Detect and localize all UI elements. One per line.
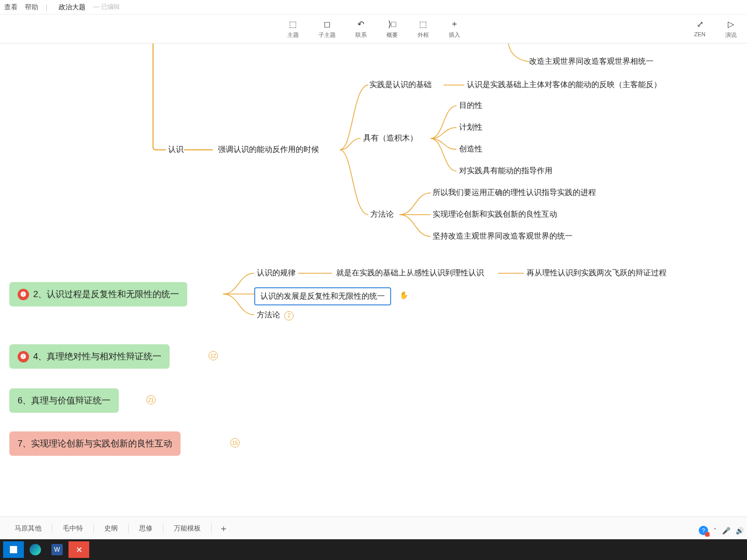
plus-icon: ＋	[449, 19, 460, 29]
node-branch3[interactable]: 方法论	[370, 209, 394, 219]
node-branch2-c1[interactable]: 目的性	[459, 101, 482, 110]
node-branch3-c3[interactable]: 坚持改造主观世界同改造客观世界的统一	[433, 231, 573, 241]
edit-status: — 已编辑	[93, 3, 119, 11]
node-s2-c1[interactable]: 认识的规律	[257, 268, 296, 278]
tab-4[interactable]: 万能模板	[163, 524, 212, 533]
toolbar-center: ⬚主题 ◻子主题 ↶联系 ⟩□概要 ⬚外框 ＋插入	[287, 19, 460, 39]
zen-button[interactable]: ⤢ZEN	[694, 19, 706, 39]
node-branch2-c4[interactable]: 对实践具有能动的指导作用	[459, 166, 552, 176]
count-badge-s7: 15	[230, 438, 240, 447]
mic-icon[interactable]: 🎤	[722, 527, 730, 535]
priority-badge: ❶	[18, 289, 29, 300]
node-section2[interactable]: ❶ 2、认识过程是反复性和无限性的统一	[9, 282, 187, 306]
node-root[interactable]: 认识	[168, 145, 184, 155]
priority-badge: ❶	[18, 351, 29, 362]
windows-taskbar: W ✕	[0, 539, 747, 560]
tab-0[interactable]: 马原其他	[4, 524, 52, 533]
system-tray: ? ˄ 🎤 🔊	[699, 526, 744, 535]
node-section7[interactable]: 7、实现理论创新与实践创新的良性互动	[9, 431, 181, 456]
toolbar: ⬚主题 ◻子主题 ↶联系 ⟩□概要 ⬚外框 ＋插入 ⤢ZEN ▷演说	[0, 15, 747, 44]
summary-icon: ⟩□	[387, 19, 397, 29]
tab-2[interactable]: 史纲	[94, 524, 129, 533]
node-s2-c1-s1[interactable]: 就是在实践的基础上从感性认识到理性认识	[336, 268, 484, 278]
tab-3[interactable]: 思修	[129, 524, 163, 533]
count-badge: 2	[284, 311, 294, 320]
node-s2-c3[interactable]: 方法论 2	[257, 310, 294, 320]
node-branch3-c1[interactable]: 所以我们要运用正确的理性认识指导实践的进程	[433, 188, 596, 198]
doc-title: 政治大题	[59, 3, 86, 12]
chevron-up-icon[interactable]: ˄	[713, 527, 717, 535]
node-branch1[interactable]: 实践是认识的基础	[369, 80, 432, 90]
node-root-child[interactable]: 强调认识的能动反作用的时候	[218, 145, 319, 155]
menu-view[interactable]: 查看	[4, 3, 18, 12]
node-section4[interactable]: ❶ 4、真理绝对性与相对性辩证统一	[9, 344, 170, 369]
subtopic-button[interactable]: ◻子主题	[319, 19, 336, 39]
relationship-icon: ↶	[356, 19, 366, 29]
title-bar: 查看 帮助 | 政治大题 — 已编辑	[0, 0, 747, 15]
node-branch2-c2[interactable]: 计划性	[459, 122, 482, 132]
node-branch3-c2[interactable]: 实现理论创新和实践创新的良性互动	[433, 209, 557, 219]
node-section6[interactable]: 6、真理与价值辩证统一	[9, 388, 119, 413]
topic-icon: ⬚	[288, 19, 298, 29]
node-s2-c2-selected[interactable]: 认识的发展是反复性和无限性的统一	[254, 287, 391, 305]
help-tray-icon[interactable]: ?	[699, 526, 708, 535]
zen-icon: ⤢	[695, 19, 705, 29]
word-icon[interactable]: W	[47, 541, 67, 558]
boundary-button[interactable]: ⬚外框	[418, 19, 429, 39]
topic-button[interactable]: ⬚主题	[287, 19, 299, 39]
start-button[interactable]	[3, 541, 24, 558]
summary-button[interactable]: ⟩□概要	[386, 19, 398, 39]
volume-icon[interactable]: 🔊	[736, 527, 744, 535]
mindmap-canvas[interactable]: 改造主观世界同改造客观世界相统一 认识 强调认识的能动反作用的时候 实践是认识的…	[0, 44, 747, 537]
tab-1[interactable]: 毛中特	[52, 524, 94, 533]
node-s2-c1-s2[interactable]: 再从理性认识到实践两次飞跃的辩证过程	[527, 268, 667, 278]
count-badge-s4: 12	[209, 351, 218, 360]
insert-button[interactable]: ＋插入	[449, 19, 460, 39]
boundary-icon: ⬚	[418, 19, 428, 29]
menu-help[interactable]: 帮助	[25, 3, 38, 12]
present-button[interactable]: ▷演说	[725, 19, 737, 39]
node-branch2-c3[interactable]: 创造性	[459, 144, 482, 154]
node-branch1-child[interactable]: 认识是实践基础上主体对客体的能动的反映（主客能反）	[467, 80, 661, 90]
xmind-icon[interactable]: ✕	[68, 541, 89, 558]
sheet-tabs: 马原其他 毛中特 史纲 思修 万能模板 ＋	[0, 516, 747, 539]
add-sheet-button[interactable]: ＋	[212, 522, 236, 535]
cursor-icon: ✋	[399, 291, 408, 299]
count-badge-s6: 21	[146, 395, 156, 404]
edge-icon[interactable]	[25, 541, 46, 558]
relationship-button[interactable]: ↶联系	[355, 19, 367, 39]
play-icon: ▷	[726, 19, 736, 29]
toolbar-right: ⤢ZEN ▷演说	[694, 19, 737, 39]
node-floating[interactable]: 改造主观世界同改造客观世界相统一	[529, 57, 654, 66]
node-branch2[interactable]: 具有（造积木）	[363, 133, 418, 143]
subtopic-icon: ◻	[322, 19, 332, 29]
